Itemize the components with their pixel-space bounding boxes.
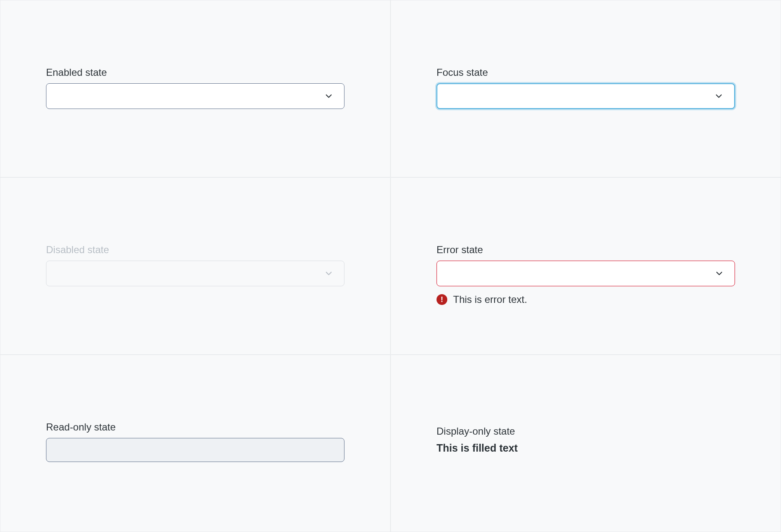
chevron-down-icon [715,92,723,100]
error-select[interactable] [437,261,735,286]
disabled-select [46,261,344,286]
cell-disabled: Disabled state [0,177,390,355]
focus-select[interactable] [437,83,735,109]
error-message: This is error text. [453,294,527,305]
readonly-label: Read-only state [46,421,344,433]
enabled-select[interactable] [46,83,344,109]
error-label: Error state [437,244,735,256]
error-icon: ! [437,294,447,305]
display-label: Display-only state [437,426,735,437]
states-grid: Enabled state Focus state Disabled state… [0,0,781,532]
cell-enabled: Enabled state [0,0,390,177]
chevron-down-icon [325,92,332,100]
chevron-down-icon [716,270,723,277]
readonly-select [46,438,344,462]
error-message-row: ! This is error text. [437,294,735,305]
cell-error: Error state ! This is error text. [390,177,781,355]
disabled-label: Disabled state [46,244,344,256]
display-value: This is filled text [437,442,735,454]
enabled-label: Enabled state [46,67,344,78]
focus-label: Focus state [437,67,735,78]
chevron-down-icon [325,270,332,277]
cell-readonly: Read-only state [0,355,390,532]
cell-display: Display-only state This is filled text [390,355,781,532]
cell-focus: Focus state [390,0,781,177]
